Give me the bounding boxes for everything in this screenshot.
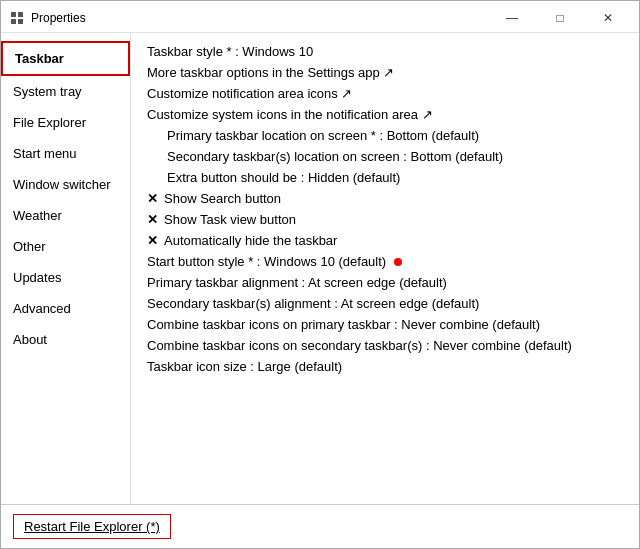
main-content: Taskbar style * : Windows 10 More taskba…: [131, 33, 639, 504]
setting-combine-secondary: Combine taskbar icons on secondary taskb…: [147, 335, 623, 356]
sidebar-item-file-explorer[interactable]: File Explorer: [1, 107, 130, 138]
restart-file-explorer-button[interactable]: Restart File Explorer (*): [13, 514, 171, 539]
settings-list: Taskbar style * : Windows 10 More taskba…: [147, 41, 623, 377]
title-bar: Properties — □ ✕: [1, 1, 639, 33]
sidebar-item-system-tray[interactable]: System tray: [1, 76, 130, 107]
bottom-bar: Restart File Explorer (*): [1, 504, 639, 548]
setting-secondary-location: Secondary taskbar(s) location on screen …: [147, 146, 623, 167]
sidebar-item-window-switcher[interactable]: Window switcher: [1, 169, 130, 200]
minimize-button[interactable]: —: [489, 4, 535, 32]
setting-extra-button: Extra button should be : Hidden (default…: [147, 167, 623, 188]
setting-icon-size: Taskbar icon size : Large (default): [147, 356, 623, 377]
setting-customize-notification[interactable]: Customize notification area icons ↗: [147, 83, 623, 104]
close-button[interactable]: ✕: [585, 4, 631, 32]
sidebar-item-updates[interactable]: Updates: [1, 262, 130, 293]
sidebar-item-start-menu[interactable]: Start menu: [1, 138, 130, 169]
setting-combine-primary: Combine taskbar icons on primary taskbar…: [147, 314, 623, 335]
setting-auto-hide[interactable]: ✕ Automatically hide the taskbar: [147, 230, 623, 251]
svg-rect-1: [18, 12, 23, 17]
setting-show-search[interactable]: ✕ Show Search button: [147, 188, 623, 209]
window-controls: — □ ✕: [489, 4, 631, 32]
sidebar-item-other[interactable]: Other: [1, 231, 130, 262]
setting-primary-location: Primary taskbar location on screen * : B…: [147, 125, 623, 146]
sidebar-item-about[interactable]: About: [1, 324, 130, 355]
svg-rect-0: [11, 12, 16, 17]
setting-start-button-style: Start button style * : Windows 10 (defau…: [147, 251, 623, 272]
svg-rect-3: [18, 19, 23, 24]
sidebar-item-taskbar[interactable]: Taskbar: [1, 41, 130, 76]
x-mark-autohide: ✕: [147, 233, 158, 248]
setting-primary-alignment: Primary taskbar alignment : At screen ed…: [147, 272, 623, 293]
setting-customize-system-icons[interactable]: Customize system icons in the notificati…: [147, 104, 623, 125]
red-dot-indicator: [394, 258, 402, 266]
svg-rect-2: [11, 19, 16, 24]
window-title: Properties: [31, 11, 86, 25]
x-mark-taskview: ✕: [147, 212, 158, 227]
setting-more-taskbar[interactable]: More taskbar options in the Settings app…: [147, 62, 623, 83]
content-area: Taskbar System tray File Explorer Start …: [1, 33, 639, 504]
properties-window: Properties — □ ✕ Taskbar System tray Fil…: [0, 0, 640, 549]
app-icon: [9, 10, 25, 26]
title-bar-left: Properties: [9, 10, 86, 26]
setting-taskbar-style: Taskbar style * : Windows 10: [147, 41, 623, 62]
setting-show-task-view[interactable]: ✕ Show Task view button: [147, 209, 623, 230]
setting-secondary-alignment: Secondary taskbar(s) alignment : At scre…: [147, 293, 623, 314]
x-mark-search: ✕: [147, 191, 158, 206]
sidebar-item-advanced[interactable]: Advanced: [1, 293, 130, 324]
sidebar-item-weather[interactable]: Weather: [1, 200, 130, 231]
sidebar: Taskbar System tray File Explorer Start …: [1, 33, 131, 504]
maximize-button[interactable]: □: [537, 4, 583, 32]
